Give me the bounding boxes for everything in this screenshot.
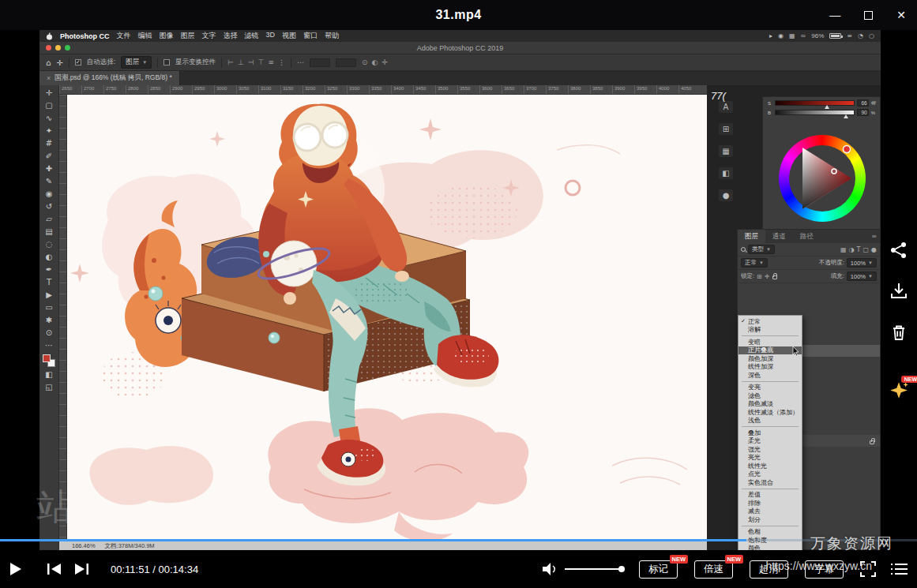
history-brush-tool[interactable]: ↺	[43, 201, 56, 212]
filter-shape-icon[interactable]: ▢	[863, 246, 869, 253]
blend-mode-option[interactable]: 减去	[738, 507, 802, 516]
blend-mode-option[interactable]: 正片叠底	[738, 346, 802, 355]
menu-item[interactable]: 3D	[266, 31, 276, 41]
eraser-tool[interactable]: ▱	[43, 214, 56, 225]
color-slider-row[interactable]: S 66 %	[763, 97, 880, 107]
clone-stamp-tool[interactable]: ◉	[43, 189, 56, 200]
blend-mode-option[interactable]: 亮光	[738, 454, 802, 463]
menu-item[interactable]: 图层	[181, 31, 195, 41]
auto-select-dropdown[interactable]: 图层 ▼	[121, 56, 152, 69]
lock-position-icon[interactable]: ✛	[765, 273, 770, 280]
filter-smart-object-icon[interactable]: ●	[871, 246, 877, 253]
layers-tab[interactable]: 路径	[793, 230, 821, 243]
menu-item[interactable]: 视图	[282, 31, 296, 41]
move-tool[interactable]: ✛	[43, 88, 56, 99]
document-info[interactable]: 文档:378M/340.9M	[105, 542, 155, 550]
menu-item[interactable]: 文字	[202, 31, 216, 41]
zoom-tool[interactable]: ⊙	[43, 328, 56, 339]
mac-zoom-icon[interactable]	[65, 45, 70, 51]
playlist-button[interactable]	[890, 563, 908, 575]
menu-item[interactable]: 窗口	[303, 31, 318, 41]
more-options-icon[interactable]: ⊙◐✛	[362, 58, 388, 66]
color-wheel[interactable]	[779, 135, 866, 222]
slider-track[interactable]	[775, 100, 855, 106]
blend-mode-option[interactable]: 变暗	[738, 338, 802, 346]
color-wheel-triangle[interactable]	[779, 135, 866, 222]
blend-mode-option[interactable]: 变亮	[738, 384, 802, 392]
blend-mode-option[interactable]: 颜色	[738, 545, 802, 551]
hand-tool[interactable]: ✱	[43, 315, 56, 326]
distribute-buttons[interactable]: ⋯	[297, 58, 304, 66]
blend-mode-option[interactable]: 线性加深	[738, 363, 802, 372]
volume-knob[interactable]	[618, 566, 625, 572]
grid-panel-icon[interactable]: ⊞	[719, 123, 733, 135]
quick-selection-tool[interactable]: ✦	[43, 125, 56, 137]
blend-mode-option[interactable]: 滤色	[738, 391, 802, 400]
character-panel-icon[interactable]: A	[719, 101, 733, 113]
show-transform-checkbox[interactable]	[163, 59, 170, 66]
mac-close-icon[interactable]	[46, 45, 51, 51]
volume-icon[interactable]	[543, 563, 558, 575]
opacity-dropdown[interactable]: 100% ▼	[847, 258, 877, 268]
blend-mode-option[interactable]: 排除	[738, 499, 802, 507]
maximize-icon[interactable]	[864, 11, 873, 20]
slider-handle[interactable]	[844, 114, 848, 118]
adjustments-panel-icon[interactable]: ◧	[719, 167, 733, 179]
next-button[interactable]	[75, 564, 88, 575]
clone-source-panel-icon[interactable]: ●	[719, 189, 733, 201]
filter-type-dropdown[interactable]: 类型 ▼	[748, 245, 775, 254]
blend-mode-option[interactable]: 强光	[738, 445, 802, 454]
move-tool-icon[interactable]: ✛	[56, 58, 62, 67]
record-status-icon[interactable]: ◉	[778, 32, 784, 39]
quick-mask-button[interactable]: ◧	[43, 369, 56, 380]
favorite-button[interactable]: NEW	[889, 380, 909, 401]
align-buttons[interactable]: ⊢⊥⊣⊤≡⋮	[227, 58, 285, 66]
path-selection-tool[interactable]: ▶	[43, 290, 56, 301]
wifi-icon[interactable]: ≈	[801, 32, 806, 39]
auto-select-checkbox[interactable]: ✓	[75, 59, 81, 66]
slider-value[interactable]: 66	[857, 99, 869, 107]
tab-close-icon[interactable]: ×	[47, 74, 51, 82]
menu-item[interactable]: 文件	[117, 31, 131, 41]
download-button[interactable]	[889, 281, 909, 301]
slider-track[interactable]	[775, 110, 855, 115]
blend-mode-option[interactable]: 点光	[738, 470, 802, 479]
blend-mode-option[interactable]: 深色	[738, 371, 802, 380]
volume-slider[interactable]	[565, 568, 622, 570]
control-center-icon[interactable]: ≡	[847, 32, 852, 39]
play-button[interactable]	[9, 562, 22, 576]
color-slider-row[interactable]: B 90 %	[763, 107, 880, 116]
gradient-tool[interactable]: ▤	[43, 227, 56, 238]
screen-mode-button[interactable]: ◱	[43, 382, 56, 393]
blend-mode-option[interactable]: 柔光	[738, 437, 802, 446]
filter-type-icon[interactable]: T	[857, 246, 861, 253]
share-button[interactable]	[889, 240, 909, 260]
blend-mode-dropdown[interactable]: 正常 ▼	[741, 258, 768, 268]
blend-mode-option[interactable]: 颜色减淡	[738, 400, 802, 409]
menubar-app-name[interactable]: Photoshop CC	[60, 32, 110, 40]
home-icon[interactable]: ⌂	[46, 58, 51, 67]
mark-button[interactable]: 标记 NEW	[639, 560, 678, 579]
blend-mode-option[interactable]: 溶解	[738, 326, 802, 335]
blend-mode-option[interactable]: 线性光	[738, 462, 802, 470]
blend-mode-option[interactable]: 线性减淡（添加）	[738, 408, 802, 417]
video-display-area[interactable]: Photoshop CC 文件编辑图像图层文字选择滤镜3D视图窗口帮助 ▸ ◉ …	[0, 30, 917, 550]
brush-tool[interactable]: ✎	[43, 176, 56, 187]
shape-tool[interactable]: ▭	[43, 302, 56, 313]
speed-button[interactable]: 倍速 NEW	[694, 560, 733, 579]
lock-all-icon[interactable]	[772, 275, 777, 279]
layers-tab[interactable]: 图层	[738, 230, 765, 243]
spotlight-icon[interactable]: ○	[869, 32, 874, 39]
blend-mode-option[interactable]: 色相	[738, 528, 802, 537]
filter-adjustment-icon[interactable]: ◑	[849, 246, 855, 253]
minimize-icon[interactable]: —	[829, 9, 840, 21]
type-tool[interactable]: T	[43, 277, 56, 288]
blend-mode-option[interactable]: 差值	[738, 491, 802, 500]
menu-item[interactable]: 编辑	[138, 31, 152, 41]
blend-mode-option[interactable]: ✓正常	[738, 317, 802, 326]
document-tab[interactable]: × 国潮.psd @ 166% (线稿 拷贝, RGB/8) *	[39, 71, 180, 85]
filter-pixel-icon[interactable]: ▦	[840, 246, 847, 253]
siri-icon[interactable]: ◔	[858, 32, 863, 39]
menu-item[interactable]: 滤镜	[245, 31, 259, 41]
foreground-color-swatch[interactable]	[43, 354, 51, 362]
